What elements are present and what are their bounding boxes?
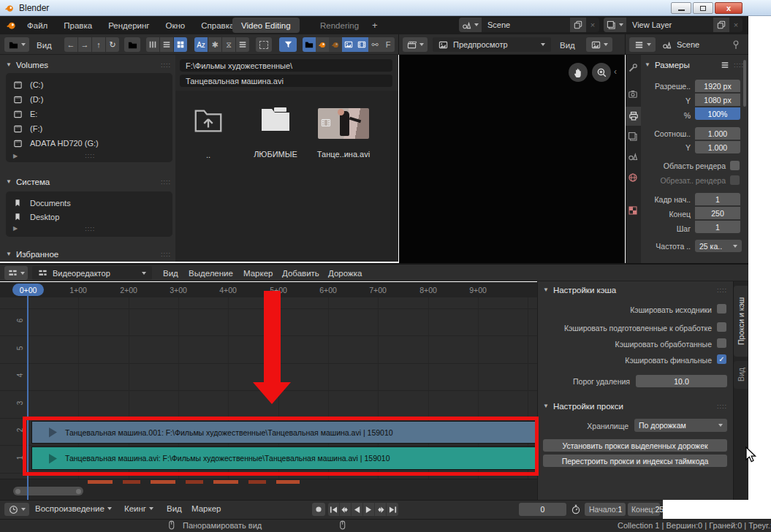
jump-to-end-button[interactable]: [387, 503, 398, 516]
close-button[interactable]: x: [715, 2, 742, 14]
filter-backup-blend-icon[interactable]: [329, 37, 342, 52]
proxy-settings-header[interactable]: ▼Настройки прокси::::: [543, 400, 727, 411]
pin-icon[interactable]: [731, 39, 741, 50]
editor-type-button-preview[interactable]: [403, 37, 428, 52]
cache-raw-checkbox[interactable]: [717, 304, 726, 314]
proxy-setup-button[interactable]: Установить прокси выделенных дорожек: [543, 439, 727, 452]
blender-app-icon[interactable]: [6, 20, 17, 31]
filter-fonts-icon[interactable]: F: [381, 37, 395, 52]
cache-settings-header[interactable]: ▼Настройки кэша::::: [543, 284, 727, 295]
frame-end-field[interactable]: Конец:250: [628, 503, 660, 516]
resolution-percent-field[interactable]: 100%: [695, 107, 740, 120]
menu-edit[interactable]: Правка: [64, 21, 92, 30]
cache-final-checkbox[interactable]: [717, 354, 726, 364]
scene-selector[interactable]: Scene ×: [459, 18, 599, 32]
volume-item-adata[interactable]: ADATA HD720 (G:): [13, 136, 172, 151]
view-layer-browse-button[interactable]: [604, 18, 626, 32]
zoom-view-button[interactable]: [592, 63, 611, 82]
tool-tab-icon[interactable]: [628, 63, 638, 73]
filter-scripts-icon[interactable]: ⚯: [368, 37, 381, 52]
nav-forward-button[interactable]: →: [78, 37, 91, 52]
filter-folders-icon[interactable]: [303, 37, 316, 52]
properties-scrollbar[interactable]: [743, 60, 746, 107]
resolution-x-field[interactable]: 1920 px: [695, 80, 740, 92]
file-item-folder[interactable]: ЛЮБИМЫЕ: [243, 102, 308, 159]
next-keyframe-button[interactable]: [375, 503, 387, 516]
display-vertical-list-icon[interactable]: [146, 37, 159, 52]
display-thumbnails-icon[interactable]: [174, 37, 187, 52]
timeline-scrollbar[interactable]: [13, 487, 83, 495]
preview-canvas[interactable]: [399, 55, 625, 263]
playback-menu[interactable]: Воспроизведение: [35, 504, 112, 513]
current-frame-field[interactable]: 0: [519, 503, 566, 516]
sort-extension-button[interactable]: ✱: [208, 37, 221, 52]
filter-movies-icon[interactable]: [355, 37, 368, 52]
display-horizontal-list-icon[interactable]: [160, 37, 173, 52]
filter-blend-icon[interactable]: [316, 37, 329, 52]
texture-tab-icon[interactable]: [628, 205, 638, 216]
dimensions-panel-header[interactable]: ▼Размеры::::: [645, 59, 744, 70]
proxy-rebuild-button[interactable]: Перестроить прокси и индексы таймкода: [543, 455, 727, 467]
render-region-checkbox[interactable]: [730, 161, 740, 170]
world-tab-icon[interactable]: [628, 172, 638, 183]
view-layer-selector[interactable]: View Layer ×: [604, 18, 742, 32]
file-browser-view-menu[interactable]: Вид: [37, 41, 52, 50]
volume-item-f[interactable]: (F:): [13, 121, 172, 136]
proxy-storage-dropdown[interactable]: По дорожкам: [634, 419, 727, 432]
frame-start-field[interactable]: 1: [695, 193, 740, 205]
tab-view[interactable]: Вид: [734, 361, 748, 389]
aspect-y-field[interactable]: 1.000: [695, 141, 740, 153]
scene-unlink-button[interactable]: ×: [586, 20, 599, 29]
system-expand-row[interactable]: ▶::::: [13, 224, 172, 233]
sequencer-menu-marker[interactable]: Маркер: [243, 269, 273, 278]
volumes-section-header[interactable]: ▼Volumes::::: [6, 59, 171, 70]
jump-to-start-button[interactable]: [328, 503, 340, 516]
preview-view-menu[interactable]: Вид: [560, 41, 575, 50]
file-item-parent[interactable]: ..: [184, 104, 232, 159]
thumbnail-size-button[interactable]: [256, 37, 272, 52]
output-tab-active[interactable]: [626, 107, 641, 126]
timeline-view-menu[interactable]: Вид: [167, 504, 182, 513]
menu-window[interactable]: Окно: [166, 21, 186, 30]
render-tab-icon[interactable]: [628, 89, 638, 99]
view-layer-copy-button[interactable]: [713, 18, 729, 32]
editor-type-button-sequencer[interactable]: [4, 266, 28, 280]
resolution-y-field[interactable]: 1080 px: [695, 94, 740, 106]
frame-step-field[interactable]: 1: [695, 221, 740, 233]
system-item-desktop[interactable]: Desktop: [13, 210, 172, 224]
cache-composite-checkbox[interactable]: [717, 338, 726, 348]
workspace-tab-video-editing[interactable]: Video Editing: [232, 18, 300, 33]
path-input[interactable]: F:\Фильмы художественные\: [180, 59, 392, 72]
previous-keyframe-button[interactable]: [340, 503, 352, 516]
editor-type-button-properties[interactable]: [629, 37, 656, 52]
sequencer-menu-select[interactable]: Выделение: [189, 269, 233, 278]
volumes-expand-row[interactable]: ▶::::: [13, 151, 172, 161]
pan-view-button[interactable]: [569, 63, 588, 82]
menu-help[interactable]: Справка: [201, 21, 234, 30]
frame-end-field[interactable]: 250: [695, 207, 740, 219]
current-frame-indicator[interactable]: 0+00: [12, 284, 44, 296]
file-item-movie[interactable]: Танце..ина.avi: [311, 108, 376, 159]
recycle-threshold-field[interactable]: 10.0: [636, 375, 727, 387]
maximize-button[interactable]: [693, 2, 713, 14]
scene-tab-icon[interactable]: [628, 151, 638, 162]
create-directory-button[interactable]: [124, 37, 140, 52]
play-reverse-button[interactable]: [352, 503, 363, 516]
filter-images-icon[interactable]: [342, 37, 355, 52]
crop-render-checkbox[interactable]: [730, 175, 740, 185]
volume-item-e[interactable]: E:: [13, 107, 172, 121]
sequencer-menu-strip[interactable]: Дорожка: [328, 269, 362, 278]
play-button[interactable]: [363, 503, 375, 516]
editor-type-button-file-browser[interactable]: [4, 37, 29, 52]
volume-item-c[interactable]: (C:): [13, 77, 172, 92]
frame-start-field[interactable]: Начало:1: [585, 503, 626, 516]
tab-proxy-and-cache[interactable]: Прокси и кэш: [734, 286, 748, 357]
cache-preprocessed-checkbox[interactable]: [717, 322, 726, 332]
minimize-button[interactable]: [671, 2, 691, 14]
system-item-documents[interactable]: Documents: [13, 196, 172, 210]
sort-size-button[interactable]: [236, 37, 249, 52]
editor-type-button-timeline[interactable]: [4, 503, 29, 516]
menu-file[interactable]: Файл: [27, 21, 48, 30]
view-layer-tab-icon[interactable]: [628, 132, 638, 142]
timeline-marker-menu[interactable]: Маркер: [191, 504, 221, 513]
